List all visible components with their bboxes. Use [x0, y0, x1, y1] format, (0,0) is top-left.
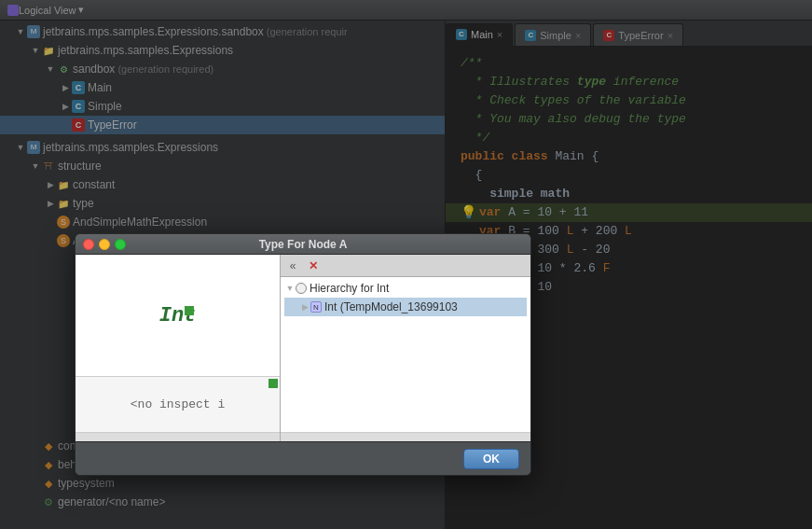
- dialog-right-toolbar: « ✕: [281, 255, 530, 277]
- hierarchy-title: Hierarchy for Int: [310, 282, 389, 295]
- hierarchy-item-label: Int (TempModel_13699103: [324, 300, 458, 313]
- dialog-left-scrollbar[interactable]: [76, 432, 280, 441]
- hierarchy-tree: Hierarchy for Int N Int (TempModel_13699…: [281, 277, 530, 432]
- ok-button[interactable]: OK: [463, 449, 519, 469]
- collapse-btn[interactable]: «: [284, 258, 301, 274]
- hier-child-arrow[interactable]: [299, 301, 310, 313]
- dialog-footer: OK: [76, 441, 530, 475]
- no-inspect-text: <no inspect i: [131, 397, 225, 411]
- dialog-type-for-node: Type For Node A Int <no inspect i « ✕: [75, 233, 531, 476]
- hier-item-int[interactable]: N Int (TempModel_13699103: [284, 298, 527, 316]
- close-hierarchy-btn[interactable]: ✕: [305, 258, 322, 274]
- dialog-title: Type For Node A: [259, 238, 348, 251]
- traffic-lights: [83, 239, 126, 250]
- dialog-int-display-area: Int: [76, 255, 280, 376]
- dialog-right-pane: « ✕ Hierarchy for Int N Int (TempModel_1…: [281, 255, 530, 441]
- int-box: Int: [159, 304, 197, 327]
- hier-expand-arrow[interactable]: [284, 283, 296, 294]
- maximize-button[interactable]: [115, 239, 126, 250]
- dialog-left-pane: Int <no inspect i: [76, 255, 281, 441]
- dialog-right-scrollbar[interactable]: [281, 432, 530, 441]
- hierarchy-title-row[interactable]: Hierarchy for Int: [284, 279, 527, 298]
- hier-root-icon: [296, 283, 307, 294]
- no-inspect-area: <no inspect i: [76, 376, 280, 432]
- dialog-title-bar: Type For Node A: [76, 234, 530, 255]
- close-button[interactable]: [83, 239, 94, 250]
- hier-n-icon: N: [310, 301, 322, 313]
- green-dot2-indicator: [268, 379, 278, 388]
- green-dot-indicator: [185, 306, 194, 315]
- dialog-body: Int <no inspect i « ✕ Hierarchy for Int: [76, 255, 530, 441]
- minimize-button[interactable]: [99, 239, 110, 250]
